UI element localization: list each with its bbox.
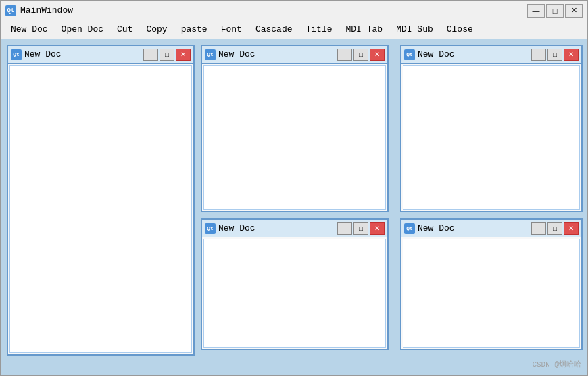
mdi-child-1: Qt New Doc — □ ✕ bbox=[7, 45, 195, 356]
mdi-child-4-editor[interactable] bbox=[204, 239, 385, 347]
minimize-button[interactable]: — bbox=[527, 4, 545, 18]
menu-paste[interactable]: paste bbox=[174, 22, 214, 37]
app-icon: Qt bbox=[5, 5, 16, 16]
menu-open-doc[interactable]: Open Doc bbox=[55, 22, 110, 37]
main-window: Qt MainWindow — □ ✕ New Doc Open Doc Cut… bbox=[0, 0, 588, 376]
mdi-child-3-content[interactable] bbox=[403, 65, 580, 210]
mdi-child-3-close[interactable]: ✕ bbox=[564, 49, 579, 61]
mdi-child-5-content[interactable] bbox=[403, 239, 580, 348]
menu-new-doc[interactable]: New Doc bbox=[4, 22, 55, 37]
window-title: MainWindow bbox=[20, 5, 523, 16]
mdi-child-2: Qt New Doc — □ ✕ bbox=[201, 45, 389, 212]
mdi-child-2-minimize[interactable]: — bbox=[337, 49, 352, 61]
mdi-child-5-editor[interactable] bbox=[403, 239, 579, 347]
menu-cascade[interactable]: Cascade bbox=[249, 22, 299, 37]
mdi-child-4-icon: Qt bbox=[205, 223, 216, 234]
menu-title[interactable]: Title bbox=[299, 22, 339, 37]
menu-copy[interactable]: Copy bbox=[139, 22, 174, 37]
mdi-child-2-titlebar: Qt New Doc — □ ✕ bbox=[202, 46, 387, 64]
mdi-child-5-icon: Qt bbox=[404, 223, 415, 234]
mdi-child-5-minimize[interactable]: — bbox=[531, 222, 546, 235]
window-controls: — □ ✕ bbox=[527, 4, 583, 18]
maximize-button[interactable]: □ bbox=[546, 4, 564, 18]
mdi-child-1-controls: — □ ✕ bbox=[143, 49, 191, 61]
mdi-child-3: Qt New Doc — □ ✕ bbox=[400, 45, 583, 212]
mdi-child-2-editor[interactable] bbox=[204, 66, 385, 209]
mdi-child-3-title: New Doc bbox=[418, 49, 529, 60]
mdi-child-4-maximize[interactable]: □ bbox=[353, 222, 368, 235]
mdi-child-4-close[interactable]: ✕ bbox=[370, 222, 385, 235]
mdi-child-1-content[interactable] bbox=[9, 65, 192, 353]
close-button[interactable]: ✕ bbox=[565, 4, 583, 18]
mdi-child-1-titlebar: Qt New Doc — □ ✕ bbox=[8, 46, 193, 64]
mdi-child-3-editor[interactable] bbox=[403, 66, 579, 209]
mdi-child-4-minimize[interactable]: — bbox=[337, 222, 352, 235]
mdi-child-5: Qt New Doc — □ ✕ bbox=[400, 218, 583, 350]
menu-cut[interactable]: Cut bbox=[110, 22, 139, 37]
mdi-child-4-titlebar: Qt New Doc — □ ✕ bbox=[202, 220, 387, 237]
mdi-child-4-title: New Doc bbox=[218, 223, 335, 233]
title-bar: Qt MainWindow — □ ✕ bbox=[1, 1, 587, 20]
mdi-child-3-icon: Qt bbox=[404, 49, 415, 60]
mdi-child-2-title: New Doc bbox=[218, 49, 335, 60]
mdi-child-3-maximize[interactable]: □ bbox=[547, 49, 562, 61]
mdi-child-5-close[interactable]: ✕ bbox=[564, 222, 579, 235]
mdi-child-1-title: New Doc bbox=[24, 49, 141, 60]
menu-font[interactable]: Font bbox=[214, 22, 249, 37]
mdi-child-3-controls: — □ ✕ bbox=[531, 49, 579, 61]
mdi-child-3-titlebar: Qt New Doc — □ ✕ bbox=[401, 46, 581, 64]
mdi-child-1-maximize[interactable]: □ bbox=[160, 49, 174, 61]
mdi-child-2-content[interactable] bbox=[203, 65, 386, 210]
watermark: CSDN @炯哈哈 bbox=[532, 359, 581, 369]
mdi-area: Qt New Doc — □ ✕ Qt New Doc bbox=[1, 39, 587, 375]
mdi-child-4: Qt New Doc — □ ✕ bbox=[201, 218, 389, 350]
mdi-child-5-controls: — □ ✕ bbox=[531, 222, 579, 235]
menu-bar: New Doc Open Doc Cut Copy paste Font Cas… bbox=[1, 20, 587, 39]
menu-mdi-tab[interactable]: MDI Tab bbox=[339, 22, 390, 37]
mdi-child-1-minimize[interactable]: — bbox=[143, 49, 158, 61]
mdi-child-1-close[interactable]: ✕ bbox=[176, 49, 191, 61]
mdi-child-1-icon: Qt bbox=[11, 49, 22, 60]
mdi-child-2-close[interactable]: ✕ bbox=[370, 49, 385, 61]
mdi-child-2-icon: Qt bbox=[205, 49, 216, 60]
menu-close[interactable]: Close bbox=[440, 22, 480, 37]
menu-mdi-sub[interactable]: MDI Sub bbox=[389, 22, 440, 37]
mdi-child-1-editor[interactable] bbox=[10, 66, 191, 352]
mdi-child-4-controls: — □ ✕ bbox=[337, 222, 385, 235]
mdi-child-3-minimize[interactable]: — bbox=[531, 49, 546, 61]
mdi-child-2-maximize[interactable]: □ bbox=[353, 49, 368, 61]
mdi-child-5-title: New Doc bbox=[418, 223, 529, 233]
mdi-child-2-controls: — □ ✕ bbox=[337, 49, 385, 61]
mdi-child-5-titlebar: Qt New Doc — □ ✕ bbox=[401, 220, 581, 237]
mdi-child-4-content[interactable] bbox=[203, 239, 386, 348]
mdi-child-5-maximize[interactable]: □ bbox=[547, 222, 562, 235]
